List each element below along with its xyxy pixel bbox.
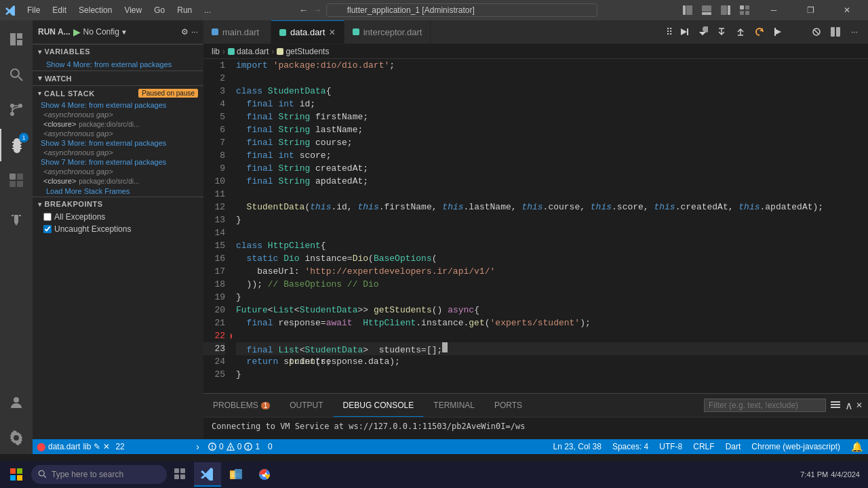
- debug-hot-restart-btn[interactable]: [770, 24, 787, 40]
- taskbar-task-view[interactable]: [168, 462, 193, 487]
- debug-step-over-btn[interactable]: [694, 24, 711, 40]
- stack-show-more-2[interactable]: Show 3 More: from external packages: [33, 138, 203, 148]
- nav-forward[interactable]: →: [313, 5, 322, 16]
- status-errors[interactable]: 0 0 1: [203, 439, 264, 454]
- load-more-stack-frames[interactable]: Load More Stack Frames: [33, 186, 203, 197]
- restore-btn[interactable]: ❐: [795, 0, 826, 20]
- debug-continue-btn[interactable]: [675, 24, 692, 40]
- run-button[interactable]: ▶: [73, 26, 81, 37]
- menu-run[interactable]: Run: [172, 4, 197, 16]
- layout-bottom-panel[interactable]: [698, 2, 715, 18]
- sb-edit-icon[interactable]: ✎: [94, 442, 100, 451]
- taskbar-start[interactable]: [3, 462, 30, 487]
- code-area[interactable]: import 'package:dio/dio.dart'; class Stu…: [231, 59, 868, 413]
- layout-secondary-sidebar[interactable]: [717, 2, 734, 18]
- debug-disconnect-btn[interactable]: [808, 24, 825, 40]
- panel: PROBLEMS 1 OUTPUT DEBUG CONSOLE TERMINAL…: [203, 393, 868, 468]
- svg-rect-50: [235, 469, 242, 479]
- svg-point-10: [11, 69, 19, 77]
- breadcrumb-file[interactable]: data.dart: [237, 47, 269, 56]
- editor-area: main.dart data.dart × interceptor.dart ⠿: [203, 20, 868, 413]
- panel-filter-input[interactable]: [704, 399, 826, 412]
- tab-data-dart-close[interactable]: ×: [329, 27, 335, 38]
- status-line-col[interactable]: Ln 23, Col 38: [548, 439, 607, 454]
- menu-view[interactable]: View: [119, 4, 147, 16]
- activity-testing[interactable]: [0, 205, 33, 237]
- call-stack-header[interactable]: ▾ CALL STACK Paused on pause: [33, 86, 203, 100]
- activity-accounts[interactable]: [0, 386, 33, 419]
- problems-label: PROBLEMS: [213, 401, 258, 410]
- bp-uncaught-checkbox[interactable]: [43, 225, 52, 233]
- layout-primary-sidebar[interactable]: [679, 2, 696, 18]
- menu-file[interactable]: File: [22, 4, 45, 16]
- title-bar-right: ─ ❐ ✕: [679, 0, 863, 20]
- minimize-btn[interactable]: ─: [758, 0, 789, 20]
- menu-edit[interactable]: Edit: [47, 4, 72, 16]
- activity-settings[interactable]: [0, 422, 33, 454]
- panel-tab-debug-console[interactable]: DEBUG CONSOLE: [334, 394, 425, 417]
- taskbar-vscode[interactable]: [194, 462, 221, 487]
- status-language[interactable]: Dart: [720, 439, 747, 454]
- tab-interceptor-dart[interactable]: interceptor.dart: [344, 20, 431, 43]
- breadcrumb: lib › data.dart › getStudents: [203, 44, 868, 59]
- bp-all-exceptions-checkbox[interactable]: [43, 213, 52, 221]
- settings-btn[interactable]: ⚙: [181, 27, 189, 37]
- panel-close-btn[interactable]: ✕: [856, 401, 863, 410]
- breakpoint-uncaught: Uncaught Exceptions: [33, 223, 203, 235]
- debug-drag-handle[interactable]: ⠿: [666, 26, 673, 37]
- variables-title: VARIABLES: [45, 47, 91, 56]
- stack-show-more-3[interactable]: Show 7 More: from external packages: [33, 157, 203, 167]
- menu-go[interactable]: Go: [149, 4, 170, 16]
- split-editor-btn[interactable]: [827, 24, 844, 40]
- status-renderer[interactable]: Chrome (web-javascript): [746, 439, 846, 454]
- status-line-ending[interactable]: CRLF: [688, 439, 719, 454]
- activity-source-control[interactable]: [0, 94, 33, 126]
- status-encoding[interactable]: UTF-8: [654, 439, 688, 454]
- activity-explorer[interactable]: [0, 23, 33, 56]
- variables-show-more[interactable]: Show 4 More: from external packages: [46, 60, 203, 69]
- panel-collapse-btn[interactable]: ∧: [845, 399, 853, 412]
- status-spaces[interactable]: Spaces: 4: [607, 439, 654, 454]
- taskbar-explorer[interactable]: [222, 462, 250, 487]
- menu-selection[interactable]: Selection: [73, 4, 117, 16]
- error-count: 0: [219, 442, 224, 451]
- stack-show-more-1[interactable]: Show 4 More: from external packages: [33, 100, 203, 110]
- activity-debug[interactable]: 1: [0, 129, 33, 161]
- debug-stop-btn[interactable]: [789, 24, 806, 40]
- panel-tab-problems[interactable]: PROBLEMS 1: [203, 394, 280, 417]
- menu-more[interactable]: ...: [199, 4, 216, 16]
- layout-customize[interactable]: [736, 2, 753, 18]
- svg-point-33: [230, 449, 231, 451]
- svg-rect-45: [180, 468, 185, 473]
- variables-header[interactable]: ▾ VARIABLES: [33, 45, 203, 58]
- sb-close-icon[interactable]: ✕: [103, 442, 110, 451]
- run-config[interactable]: No Config ▼: [83, 27, 178, 37]
- close-btn[interactable]: ✕: [831, 0, 863, 20]
- sb-forward[interactable]: ›: [196, 441, 199, 452]
- title-search[interactable]: flutter_application_1 [Administrator]: [326, 3, 597, 17]
- status-notifications[interactable]: 🔔: [846, 439, 868, 454]
- status-git[interactable]: 0: [264, 439, 277, 454]
- debug-hot-reload-btn[interactable]: [751, 24, 768, 40]
- breadcrumb-symbol[interactable]: getStudents: [285, 47, 329, 56]
- more-actions-btn[interactable]: ···: [846, 24, 863, 40]
- breadcrumb-lib[interactable]: lib: [212, 47, 220, 56]
- taskbar-chrome[interactable]: [251, 462, 278, 487]
- stack-closure-1[interactable]: <closure>package:dio/src/di...: [33, 119, 203, 129]
- panel-list-view-btn[interactable]: [829, 399, 842, 412]
- breakpoints-header[interactable]: ▾ BREAKPOINTS: [33, 197, 203, 211]
- taskbar-search[interactable]: Type here to search: [31, 465, 167, 484]
- stack-closure-2[interactable]: <closure>package:dio/src/di...: [33, 176, 203, 186]
- panel-tab-terminal[interactable]: TERMINAL: [424, 394, 485, 417]
- watch-header[interactable]: ▾ WATCH: [33, 71, 203, 85]
- more-btn[interactable]: ···: [191, 27, 198, 37]
- tab-data-dart[interactable]: data.dart ×: [271, 20, 344, 43]
- panel-tab-ports[interactable]: PORTS: [485, 394, 532, 417]
- tab-main-dart[interactable]: main.dart: [203, 20, 271, 43]
- panel-tab-output[interactable]: OUTPUT: [280, 394, 333, 417]
- debug-step-into-btn[interactable]: [713, 24, 730, 40]
- nav-back[interactable]: ←: [299, 5, 309, 16]
- debug-step-out-btn[interactable]: [732, 24, 749, 40]
- activity-search[interactable]: [0, 58, 33, 91]
- activity-extensions[interactable]: [0, 164, 33, 197]
